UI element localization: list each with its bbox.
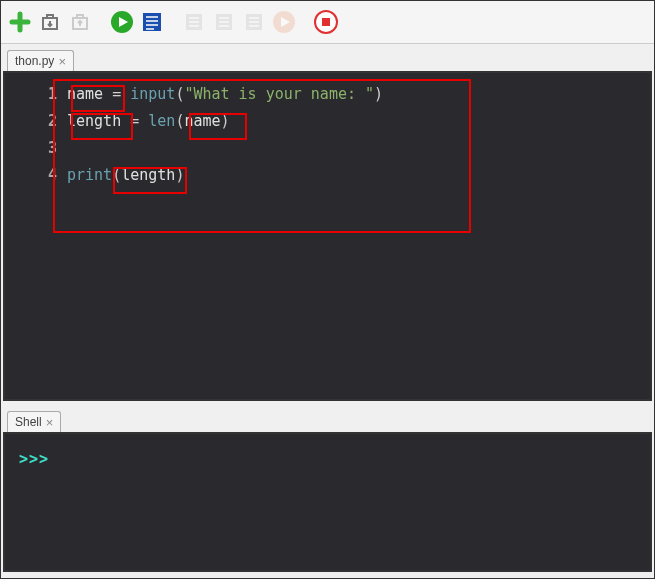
code-line: 4print(length) (5, 162, 650, 189)
tab-file[interactable]: thon.py × (7, 50, 74, 71)
save-file-button (67, 9, 93, 35)
line-number: 3 (5, 135, 67, 162)
shell-prompt: >>> (19, 450, 49, 468)
new-file-button[interactable] (7, 9, 33, 35)
code-line: 2length = len(name) (5, 108, 650, 135)
open-file-button[interactable] (37, 9, 63, 35)
line-number: 1 (5, 81, 67, 108)
line-number: 2 (5, 108, 67, 135)
shell-panel[interactable]: >>> (3, 432, 652, 572)
code-content: print(length) (67, 162, 184, 189)
close-icon[interactable]: × (58, 55, 66, 68)
tab-file-label: thon.py (15, 54, 54, 68)
code-content: length = len(name) (67, 108, 230, 135)
code-line: 1name = input("What is your name: ") (5, 81, 650, 108)
tab-shell-label: Shell (15, 415, 42, 429)
code-line: 3 (5, 135, 650, 162)
svg-rect-22 (322, 18, 330, 26)
code-content: name = input("What is your name: ") (67, 81, 383, 108)
resume-button (271, 9, 297, 35)
debug-button[interactable] (139, 9, 165, 35)
step-over-button (181, 9, 207, 35)
run-button[interactable] (109, 9, 135, 35)
step-out-button (241, 9, 267, 35)
stop-button[interactable] (313, 9, 339, 35)
shell-tabs: Shell × (1, 405, 654, 432)
step-into-button (211, 9, 237, 35)
editor-tabs: thon.py × (1, 44, 654, 71)
line-number: 4 (5, 162, 67, 189)
tab-shell[interactable]: Shell × (7, 411, 61, 432)
code-editor[interactable]: 1name = input("What is your name: ")2len… (3, 71, 652, 401)
close-icon[interactable]: × (46, 416, 54, 429)
toolbar (1, 1, 654, 44)
